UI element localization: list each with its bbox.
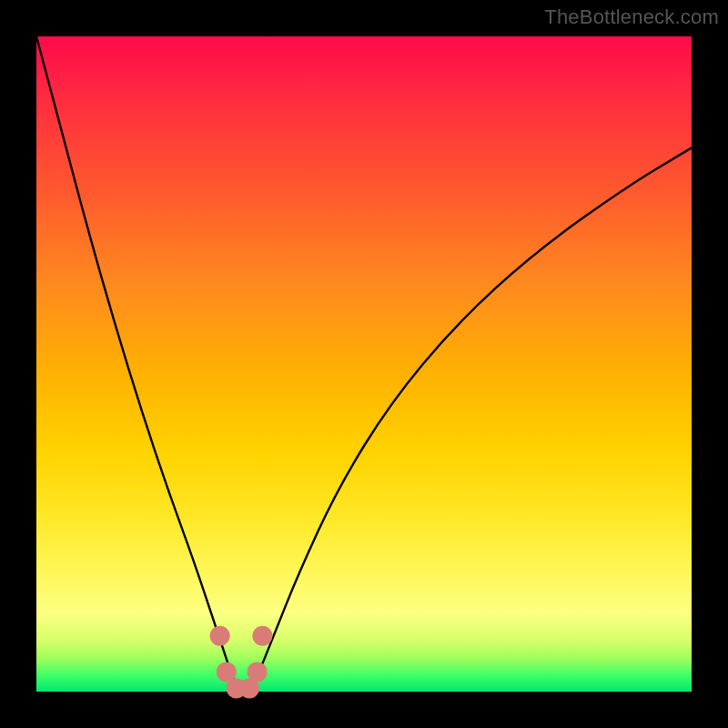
curve-layer (36, 36, 692, 692)
plot-area (36, 36, 692, 692)
marker-valley-left-top (210, 626, 230, 646)
marker-valley-right-top (252, 626, 272, 646)
watermark-text: TheBottleneck.com (544, 5, 719, 29)
bottleneck-curve (36, 36, 692, 692)
outer-frame: TheBottleneck.com (0, 0, 728, 728)
marker-valley-right-bottom (248, 662, 268, 682)
